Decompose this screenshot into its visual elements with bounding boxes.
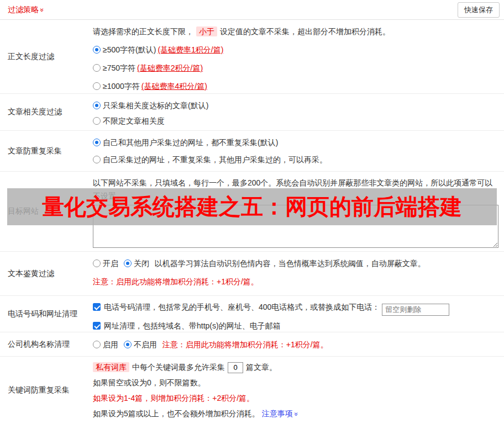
option-label: ≥500字符(默认): [103, 45, 156, 54]
option-label: ≥750字符: [103, 63, 135, 72]
replacement-phone-input[interactable]: [382, 304, 449, 316]
row-label: 正文长度过滤: [0, 20, 93, 93]
option-label: 自己和其他用户采集过的网址，都不重复采集(默认): [103, 138, 278, 147]
chevron-down-icon: »: [38, 8, 46, 12]
radio-icon[interactable]: [124, 259, 132, 267]
highlight-tag: 小于: [196, 26, 217, 36]
keyword-note-empty: 如果留空或设为0，则不限篇数。: [93, 377, 500, 389]
row-company-clean: 公司机构名称清理 启用 不启用 注意：启用此功能将增加积分消耗：+1积分/篇。: [0, 332, 504, 357]
length-option-500[interactable]: ≥500字符(默认)(基础费率1积分/篇): [93, 44, 500, 56]
radio-icon[interactable]: [93, 341, 101, 348]
fee-note: (基础费率4积分/篇): [141, 82, 207, 91]
chevron-down-icon: »: [290, 412, 302, 416]
option-label: 开启: [103, 259, 118, 268]
row-keyword-dedup: 关键词防重复采集 私有词库中每个关键词最多允许采集篇文章。 如果留空或设为0，则…: [0, 357, 504, 424]
radio-icon[interactable]: [93, 82, 101, 90]
option-label: 不限定文章相关度: [103, 116, 165, 125]
porn-filter-note: 注意：启用此功能将增加积分消耗：+1积分/篇。: [93, 275, 500, 288]
topbar: 过滤策略» 快速保存: [0, 0, 504, 20]
keyword-note-cost: 如果设为1-4篇，则增加积分消耗：+2积分/篇。: [93, 392, 500, 404]
row-porn-filter: 文本鉴黄过滤 开启 关闭 以机器学习算法自动识别色情内容，当色情概率达到系统阈值…: [0, 252, 504, 296]
notice-link[interactable]: 注意事项»: [262, 409, 298, 418]
watermark-text: 量化交易系统搭建之五：网页的前后端搭建: [42, 192, 462, 222]
company-option-on[interactable]: 启用: [93, 340, 118, 349]
relevance-option-strict[interactable]: 只采集相关度达标的文章(默认): [93, 99, 500, 112]
option-label: 只采集相关度达标的文章(默认): [103, 101, 208, 110]
porn-option-on[interactable]: 开启: [93, 259, 118, 268]
porn-filter-desc: 以机器学习算法自动识别色情内容，当色情概率达到系统阈值，自动屏蔽文章。: [155, 259, 426, 268]
desc-text: 请选择需求的正文长度下限，: [93, 27, 193, 36]
keyword-limit-line: 私有词库中每个关键词最多允许采集篇文章。: [93, 361, 500, 373]
dedup-option-all-users[interactable]: 自己和其他用户采集过的网址，都不重复采集(默认): [93, 136, 500, 149]
fee-note: (基础费率2积分/篇): [137, 63, 203, 72]
line-text: 中每个关键词最多允许采集: [132, 363, 225, 372]
row-dedup-filter: 文章防重复采集 自己和其他用户采集过的网址，都不重复采集(默认) 自己采集过的网…: [0, 131, 504, 172]
company-option-off[interactable]: 不启用: [124, 340, 157, 349]
filter-strategy-title[interactable]: 过滤策略»: [8, 5, 44, 15]
line-text: 篇文章。: [246, 363, 277, 372]
line-text: 如果设为5篇或以上，也不会额外增加积分消耗。: [93, 409, 260, 418]
highlight-tag: 私有词库: [93, 362, 129, 372]
option-label: 网址清理，包括纯域名、带http(s)的网址、电子邮箱: [104, 321, 281, 330]
length-filter-desc: 请选择需求的正文长度下限，小于设定值的文章不采集，超出部分不增加积分消耗。: [93, 25, 500, 38]
radio-icon[interactable]: [93, 117, 101, 125]
watermark-banner: 量化交易系统搭建之五：网页的前后端搭建: [7, 188, 497, 225]
row-label: 文本鉴黄过滤: [0, 252, 93, 295]
option-label: ≥1000字符: [103, 82, 140, 91]
keyword-note-free: 如果设为5篇或以上，也不会额外增加积分消耗。注意事项»: [93, 407, 500, 420]
radio-icon[interactable]: [93, 139, 101, 146]
checkbox-icon[interactable]: [93, 322, 101, 330]
dedup-option-self-only[interactable]: 自己采集过的网址，不重复采集，其他用户采集过的，可以再采。: [93, 153, 500, 166]
row-label: 电话号码和网址清理: [0, 296, 93, 332]
row-length-filter: 正文长度过滤 请选择需求的正文长度下限，小于设定值的文章不采集，超出部分不增加积…: [0, 20, 504, 94]
quick-save-button[interactable]: 快速保存: [458, 2, 500, 18]
radio-icon[interactable]: [93, 46, 101, 54]
porn-option-off[interactable]: 关闭: [124, 259, 149, 268]
company-clean-note: 注意：启用此功能将增加积分消耗：+1积分/篇。: [162, 340, 328, 349]
length-option-750[interactable]: ≥750字符(基础费率2积分/篇): [93, 62, 500, 74]
row-label: 文章相关度过滤: [0, 94, 93, 130]
keyword-limit-input[interactable]: [228, 362, 243, 373]
radio-icon[interactable]: [124, 341, 132, 348]
row-label: 公司机构名称清理: [0, 332, 93, 356]
row-relevance-filter: 文章相关度过滤 只采集相关度达标的文章(默认) 不限定文章相关度: [0, 94, 504, 131]
relevance-option-any[interactable]: 不限定文章相关度: [93, 115, 500, 127]
option-label: 关闭: [134, 259, 149, 268]
radio-icon[interactable]: [93, 64, 101, 72]
option-label: 不启用: [134, 340, 157, 349]
row-phone-url-clean: 电话号码和网址清理 电话号码清理，包括常见的手机号、座机号、400电话格式，或替…: [0, 296, 504, 332]
length-option-1000[interactable]: ≥1000字符(基础费率4积分/篇): [93, 80, 500, 92]
row-label: 文章防重复采集: [0, 131, 93, 171]
option-label: 启用: [103, 340, 118, 349]
fee-note: (基础费率1积分/篇): [158, 45, 223, 54]
radio-icon[interactable]: [93, 102, 101, 109]
radio-icon[interactable]: [93, 259, 101, 267]
link-label: 注意事项: [262, 409, 293, 418]
page-title: 过滤策略: [8, 5, 39, 14]
phone-clean-option[interactable]: 电话号码清理，包括常见的手机号、座机号、400电话格式，或替换成如下电话：: [93, 301, 500, 316]
option-label: 电话号码清理，包括常见的手机号、座机号、400电话格式，或替换成如下电话：: [104, 303, 380, 311]
row-label: 关键词防重复采集: [0, 357, 93, 424]
url-clean-option[interactable]: 网址清理，包括纯域名、带http(s)的网址、电子邮箱: [93, 320, 500, 332]
desc-text: 设定值的文章不采集，超出部分不增加积分消耗。: [220, 27, 390, 36]
checkbox-icon[interactable]: [93, 303, 101, 311]
option-label: 自己采集过的网址，不重复采集，其他用户采集过的，可以再采。: [103, 155, 327, 164]
radio-icon[interactable]: [93, 156, 101, 163]
